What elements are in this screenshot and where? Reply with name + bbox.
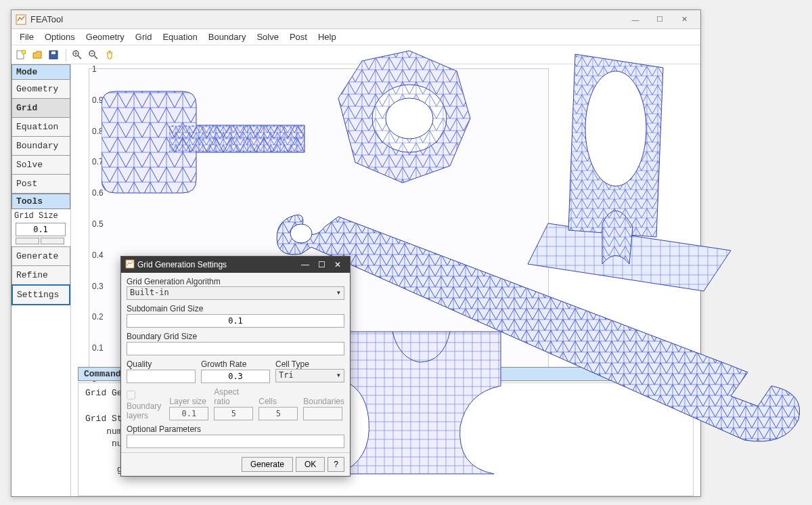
menu-solve[interactable]: Solve	[251, 30, 284, 43]
minimize-button[interactable]: —	[623, 12, 648, 28]
save-icon[interactable]	[47, 48, 60, 62]
boundary-label: Boundary Grid Size	[127, 332, 344, 341]
menu-grid[interactable]: Grid	[130, 30, 158, 43]
ytick: 0.4	[92, 250, 104, 260]
aspect-input	[214, 407, 253, 420]
dialog-title: Grid Generation Settings	[137, 260, 227, 269]
menu-options[interactable]: Options	[39, 30, 81, 43]
menu-help[interactable]: Help	[313, 30, 342, 43]
menu-boundary[interactable]: Boundary	[203, 30, 252, 43]
close-button[interactable]: ✕	[672, 12, 696, 28]
grid-settings-dialog: Grid Generation Settings — ☐ ✕ Grid Gene…	[120, 256, 351, 477]
dialog-titlebar[interactable]: Grid Generation Settings — ☐ ✕	[121, 257, 350, 273]
settings-button[interactable]: Settings	[12, 284, 70, 305]
growth-label: Growth Rate	[201, 359, 270, 369]
optional-label: Optional Parameters	[127, 424, 344, 434]
dialog-close-icon[interactable]: ✕	[330, 260, 346, 269]
maximize-button[interactable]: ☐	[648, 12, 672, 28]
window-title: FEATool	[30, 14, 623, 24]
layer-size-label: Layer size	[169, 397, 208, 406]
algo-label: Grid Generation Algorithm	[127, 277, 344, 286]
aspect-label: Aspect ratio	[214, 387, 253, 406]
dialog-help-button[interactable]: ?	[328, 457, 344, 472]
ytick: 0.2	[92, 312, 104, 322]
mode-header: Mode	[12, 64, 70, 80]
main-window: FEATool — ☐ ✕ File Options Geometry Grid…	[11, 9, 701, 497]
app-icon	[16, 14, 26, 25]
zoom-out-icon[interactable]	[87, 48, 100, 62]
menu-equation[interactable]: Equation	[157, 30, 202, 43]
svg-line-10	[94, 56, 97, 59]
ytick: 0.3	[92, 282, 104, 291]
generate-button[interactable]: Generate	[12, 246, 70, 266]
svg-line-6	[78, 56, 81, 59]
menubar: File Options Geometry Grid Equation Boun…	[12, 29, 700, 45]
svg-rect-19	[126, 260, 134, 268]
mode-geometry[interactable]: Geometry	[12, 79, 70, 99]
boundaries-label: Boundaries	[303, 397, 344, 406]
subdomain-input[interactable]	[127, 314, 344, 328]
ytick: 0.1	[92, 343, 104, 353]
grid-size-increment[interactable]	[41, 238, 64, 244]
grid-size-input[interactable]	[16, 223, 66, 236]
mode-grid[interactable]: Grid	[12, 98, 70, 118]
layer-size-input	[169, 407, 208, 420]
refine-button[interactable]: Refine	[12, 265, 70, 285]
dialog-ok-button[interactable]: OK	[296, 457, 325, 472]
dialog-minimize-icon[interactable]: —	[297, 260, 313, 269]
svg-point-2	[22, 50, 26, 54]
quality-label: Quality	[127, 359, 196, 369]
boundaries-input	[303, 407, 342, 420]
menu-file[interactable]: File	[14, 30, 39, 43]
menu-post[interactable]: Post	[284, 30, 313, 43]
mode-equation[interactable]: Equation	[12, 117, 70, 137]
titlebar: FEATool — ☐ ✕	[12, 10, 700, 29]
ytick: 0.6	[92, 188, 104, 198]
growth-input[interactable]	[201, 370, 270, 383]
ytick: 0.8	[92, 127, 104, 136]
boundary-layers-checkbox[interactable]: Boundary layers	[127, 391, 164, 420]
celltype-select[interactable]: Tri▾	[275, 369, 344, 382]
dialog-maximize-icon[interactable]: ☐	[313, 260, 330, 269]
toolbar-separator	[66, 49, 66, 61]
grid-size-label: Grid Size	[12, 209, 70, 223]
cells-label: Cells	[258, 397, 298, 406]
ytick: 1	[92, 64, 97, 74]
sidebar: Mode Geometry Grid Equation Boundary Sol…	[12, 64, 71, 496]
open-icon[interactable]	[30, 48, 44, 62]
quality-input[interactable]	[127, 370, 196, 383]
svg-rect-4	[51, 51, 55, 54]
grid-size-decrement[interactable]	[16, 238, 39, 244]
ytick: 0.9	[92, 95, 104, 105]
toolbar	[12, 45, 700, 64]
celltype-label: Cell Type	[275, 359, 344, 369]
new-icon[interactable]	[14, 48, 28, 62]
pan-icon[interactable]	[103, 48, 116, 62]
ytick: 0.7	[92, 157, 104, 167]
boundary-input[interactable]	[127, 342, 344, 355]
subdomain-label: Subdomain Grid Size	[127, 304, 344, 313]
menu-geometry[interactable]: Geometry	[81, 30, 130, 43]
cells-input	[258, 407, 298, 420]
mode-boundary[interactable]: Boundary	[12, 136, 70, 156]
tools-header: Tools	[12, 194, 70, 209]
mode-solve[interactable]: Solve	[12, 155, 70, 175]
optional-input[interactable]	[127, 435, 344, 448]
algo-select[interactable]: Built-in▾	[127, 286, 344, 300]
mode-post[interactable]: Post	[12, 174, 70, 194]
ytick: 0.5	[92, 219, 104, 229]
zoom-in-icon[interactable]	[70, 48, 84, 62]
dialog-generate-button[interactable]: Generate	[242, 457, 293, 472]
app-icon	[125, 259, 135, 271]
